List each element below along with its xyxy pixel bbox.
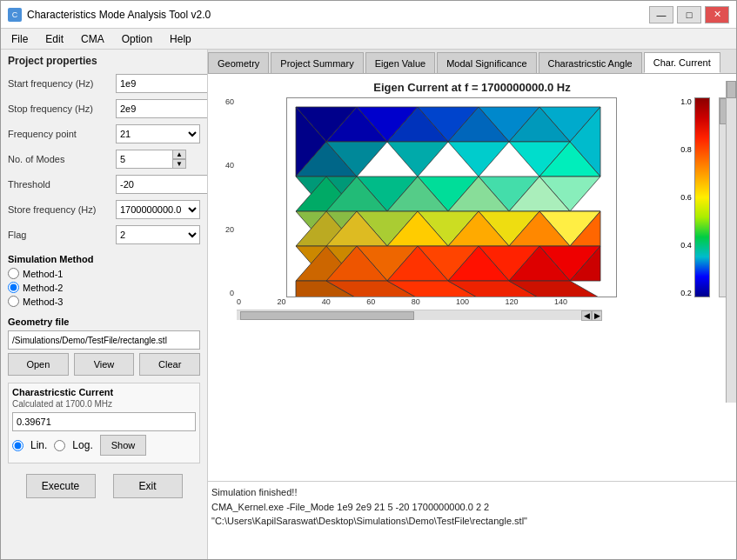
colorbar-label-08: 0.8 (680, 145, 692, 154)
method2-radio[interactable] (8, 282, 19, 293)
char-current-title: Charastricstic Current (12, 387, 196, 397)
y-label-40: 40 (225, 161, 234, 170)
tab-geometry[interactable]: Geometry (208, 52, 269, 73)
right-panel: Geometry Project Summary Eigen Value Mod… (208, 50, 736, 559)
store-frequency-select[interactable]: 1700000000.0 (116, 200, 200, 219)
stop-frequency-label: Stop frequency (Hz) (8, 103, 112, 114)
app-icon: C (8, 8, 22, 22)
exit-button[interactable]: Exit (113, 474, 183, 498)
console-line-2: CMA_Kernel.exe -File_Mode 1e9 2e9 21 5 -… (211, 500, 733, 529)
y-label-0: 0 (230, 289, 234, 297)
char-value-input[interactable] (12, 412, 196, 431)
tab-modal-significance[interactable]: Modal Significance (437, 52, 536, 73)
y-axis: 60 40 20 0 (215, 97, 237, 297)
menu-edit[interactable]: Edit (38, 31, 70, 47)
tab-project-summary[interactable]: Project Summary (271, 52, 363, 73)
frequency-point-select[interactable]: 21 (116, 124, 200, 143)
show-button[interactable]: Show (100, 435, 147, 456)
tabs-bar: Geometry Project Summary Eigen Value Mod… (208, 50, 736, 74)
tab-char-current[interactable]: Char. Current (644, 52, 720, 73)
plot-area: Eigen Current at f = 1700000000.0 Hz 60 … (208, 74, 736, 481)
stop-frequency-input[interactable] (116, 99, 208, 118)
execute-button[interactable]: Execute (26, 474, 96, 498)
colorbar-label-02: 0.2 (680, 289, 692, 297)
simulation-method-title: Simulation Method (8, 254, 200, 264)
maximize-button[interactable]: □ (677, 6, 701, 23)
geometry-file-input[interactable] (8, 330, 200, 350)
method3-radio[interactable] (8, 296, 19, 307)
view-button[interactable]: View (74, 353, 135, 376)
menu-file[interactable]: File (4, 31, 35, 47)
left-panel: Project properties Start frequency (Hz) … (1, 50, 208, 559)
x-axis: 0 20 40 60 80 100 120 140 (237, 297, 567, 306)
x-label-40: 40 (322, 297, 331, 306)
minimize-button[interactable]: — (649, 6, 673, 23)
method3-label: Method-3 (23, 297, 63, 307)
h-scrollbar-thumb (240, 311, 414, 320)
x-label-140: 140 (554, 297, 567, 306)
svg-marker-14 (448, 142, 509, 177)
no-of-modes-label: No. of Modes (8, 154, 112, 164)
colorbar-label-04: 0.4 (680, 241, 692, 250)
y-label-20: 20 (225, 225, 234, 234)
y-label-60: 60 (225, 97, 234, 106)
no-of-modes-input[interactable] (116, 150, 172, 169)
menu-help[interactable]: Help (163, 31, 198, 47)
window-title: Characteristics Mode Analysis Tool v2.0 (27, 9, 211, 21)
start-frequency-input[interactable] (116, 74, 208, 93)
log-label: Log. (72, 439, 92, 451)
plot-frame (286, 97, 617, 297)
start-frequency-label: Start frequency (Hz) (8, 78, 112, 89)
tab-char-angle[interactable]: Charastricstic Angle (539, 52, 642, 73)
store-frequency-label: Store frequency (Hz) (8, 204, 112, 215)
close-button[interactable]: ✕ (705, 6, 729, 23)
x-label-20: 20 (277, 297, 285, 306)
x-label-100: 100 (456, 297, 469, 306)
method1-radio[interactable] (8, 268, 19, 279)
log-radio[interactable] (54, 440, 65, 451)
menu-bar: File Edit CMA Option Help (1, 29, 736, 50)
x-label-80: 80 (412, 297, 420, 306)
plot-title: Eigen Current at f = 1700000000.0 Hz (215, 81, 729, 94)
scroll-right-btn[interactable]: ▶ (592, 310, 602, 321)
clear-button[interactable]: Clear (139, 353, 200, 376)
char-current-subtitle: Calculated at 1700.0 MHz (12, 399, 196, 409)
flag-label: Flag (8, 230, 112, 240)
console-line-1: Simulation finished!! (211, 485, 733, 500)
menu-cma[interactable]: CMA (74, 31, 111, 47)
colorbar-label-1: 1.0 (680, 97, 692, 106)
frequency-point-label: Frequency point (8, 129, 112, 139)
method1-label: Method-1 (23, 269, 63, 279)
project-properties-title: Project properties (8, 55, 200, 67)
threshold-label: Threshold (8, 179, 112, 190)
open-button[interactable]: Open (8, 353, 69, 376)
modes-down-button[interactable]: ▼ (172, 159, 186, 169)
flag-select[interactable]: 2 (116, 225, 200, 244)
threshold-input[interactable] (116, 175, 208, 194)
menu-option[interactable]: Option (115, 31, 159, 47)
geometry-file-title: Geometry file (8, 317, 200, 327)
method2-label: Method-2 (23, 283, 63, 293)
tab-eigen-value[interactable]: Eigen Value (365, 52, 436, 73)
x-label-0: 0 (237, 297, 241, 306)
scroll-left-btn[interactable]: ◀ (581, 310, 592, 321)
console-area: Simulation finished!! CMA_Kernel.exe -Fi… (208, 481, 736, 559)
x-label-120: 120 (505, 297, 518, 306)
modes-up-button[interactable]: ▲ (172, 150, 186, 159)
lin-radio[interactable] (12, 440, 23, 451)
h-scrollbar[interactable]: ◀ ▶ (237, 310, 602, 320)
lin-label: Lin. (30, 439, 47, 451)
svg-marker-13 (387, 142, 448, 177)
x-label-60: 60 (366, 297, 375, 306)
colorbar-label-06: 0.6 (680, 193, 692, 202)
